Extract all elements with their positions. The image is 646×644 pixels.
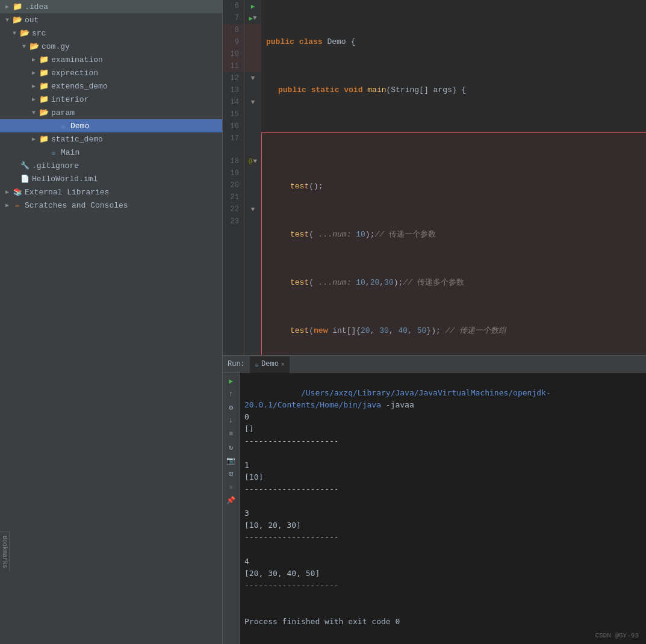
java-args: -javaa [381,400,414,409]
code-line-10: test( ...num: 10,20,30);// 传递多个参数 [266,277,646,289]
arrow-scratches: ▶ [2,202,12,209]
num-10-9: 10 [356,229,365,241]
gutter-14[interactable]: ▼ [244,96,261,108]
code-editor[interactable]: 6 7 8 9 10 11 12 13 14 15 16 17 18 19 20… [223,0,646,355]
output-sep4: -------------------- [244,581,339,590]
run-icon-7[interactable]: ▶ [249,14,253,22]
git-icon: 🔧 [19,161,30,170]
gutter-7[interactable]: ▶ ▼ [244,12,261,24]
fold-icon-7[interactable]: ▼ [253,14,257,22]
line-num-usages [223,144,244,155]
fn-test-8: test [290,181,309,193]
line-num-20: 20 [223,179,244,191]
arrow-src: ▼ [10,30,19,37]
class-icon-demo: ☕ [58,121,69,131]
folder-icon-interior: 📁 [39,94,49,104]
gutter-usages [244,144,261,155]
sidebar-item-static-demo[interactable]: ▶ 📁 static_demo [0,132,222,146]
label-interior: interior [51,95,89,104]
line-num-12: 12 [223,72,244,84]
gutter-13 [244,84,261,96]
arrow-static-demo: ▶ [29,135,39,143]
sidebar-item-gitignore[interactable]: 🔧 .gitignore [0,159,222,172]
sidebar-item-param[interactable]: ▼ 📂 param [0,106,222,119]
iml-icon: 📄 [19,175,30,184]
arrow-examination: ▶ [29,56,39,63]
sidebar-item-interior[interactable]: ▶ 📁 interior [0,93,222,106]
sidebar-item-external-libs[interactable]: ▶ 📚 External Libraries [0,185,222,199]
console-output[interactable]: /Users/axzq/Library/Java/JavaVirtualMach… [240,373,646,644]
sidebar-item-exprection[interactable]: ▶ 📁 exprection [0,66,222,79]
kw-public-6: public [266,36,294,48]
sidebar-item-extends-demo[interactable]: ▶ 📁 extends_demo [0,79,222,93]
code-line-6: public class Demo { [266,36,646,48]
kw-new-11: new [314,325,328,337]
varargs-hint-9: ...num: [314,229,356,241]
gutter-11 [244,60,261,72]
sidebar-item-main[interactable]: ☕ Main [0,146,222,159]
pin-button[interactable]: 📌 [225,494,237,506]
fold-icon-14[interactable]: ▼ [251,99,255,106]
annotation-at: @ [249,158,253,165]
num-50-11: 50 [417,325,427,337]
code-line-9: test( ...num: 10);// 传递一个参数 [266,229,646,241]
code-content[interactable]: public class Demo { public static void m… [261,0,646,355]
sidebar-item-out[interactable]: ▼ 📂 out [0,13,222,26]
stop-button[interactable]: ■ [225,428,237,440]
sidebar-item-helloworld[interactable]: 📄 HelloWorld.iml [0,172,222,185]
sidebar-item-idea[interactable]: ▶ 📁 .idea [0,0,222,13]
highlighted-region: test(); test( ...num: 10);// 传递一个参数 test… [266,132,646,355]
arrow-exprection: ▶ [29,69,39,76]
label-main: Main [61,148,79,157]
sidebar-item-comgy[interactable]: ▼ 📂 com.gy [0,40,222,53]
arrow-interior: ▶ [29,96,39,103]
arrow-extends-demo: ▶ [29,82,39,90]
line-num-22: 22 [223,203,244,215]
kw-public-7: public [278,84,306,96]
line-num-8: 8 [223,24,244,36]
label-ext-libs: External Libraries [25,188,109,197]
settings-button[interactable]: ⚙ [225,401,237,413]
run-tab-demo[interactable]: ☕ Demo ✕ [250,356,290,373]
gutter-8 [244,24,261,36]
sidebar-item-examination[interactable]: ▶ 📁 examination [0,53,222,66]
output-exit: Process finished with exit code 0 [244,617,400,626]
fold-icon-22[interactable]: ▼ [251,206,255,213]
gutter-20 [244,179,261,191]
bookmarks-tab[interactable]: Bookmarks [0,531,10,572]
num-10-10: 10 [356,277,365,289]
run-tab-close[interactable]: ✕ [281,361,285,368]
run-button[interactable]: ▶ [225,375,237,387]
gutter-18[interactable]: @ ▼ [244,155,261,167]
run-panel-header: Run: ☕ Demo ✕ [223,356,646,373]
label-extends-demo: extends_demo [51,82,108,91]
kw-class-6: class [299,36,323,48]
fold-icon-18[interactable]: ▼ [253,158,258,165]
scratch-icon: ✏️ [12,201,23,210]
close-button-toolbar[interactable]: ✕ [225,481,237,493]
folder-icon-src: 📂 [19,28,30,38]
folder-icon-examination: 📁 [39,55,49,64]
run-icon-6[interactable]: ▶ [251,2,255,10]
arrow-out: ▼ [2,17,12,23]
fn-test-11: test [290,325,309,337]
num-40-11: 40 [399,325,408,337]
line-num-21: 21 [223,191,244,203]
sidebar-item-demo[interactable]: ☕ Demo [0,119,222,132]
scroll-up-button[interactable]: ↑ [225,388,237,400]
sidebar-item-scratches[interactable]: ▶ ✏️ Scratches and Consoles [0,199,222,212]
rerun-button[interactable]: ↻ [225,441,237,453]
scroll-down-button[interactable]: ↓ [225,415,237,427]
line-num-10: 10 [223,48,244,60]
label-out: out [25,16,39,25]
fold-icon-12[interactable]: ▼ [251,75,255,82]
code-line-8: test(); [266,181,646,193]
folder-icon-param: 📂 [39,108,49,117]
sidebar-item-src[interactable]: ▼ 📂 src [0,26,222,40]
gutter-12[interactable]: ▼ [244,72,261,84]
gutter-6[interactable]: ▶ [244,0,261,12]
layout-button[interactable]: ⊞ [225,468,237,480]
gutter-22[interactable]: ▼ [244,203,261,215]
camera-button[interactable]: 📷 [225,454,237,466]
folder-icon-static-demo: 📁 [39,134,49,144]
